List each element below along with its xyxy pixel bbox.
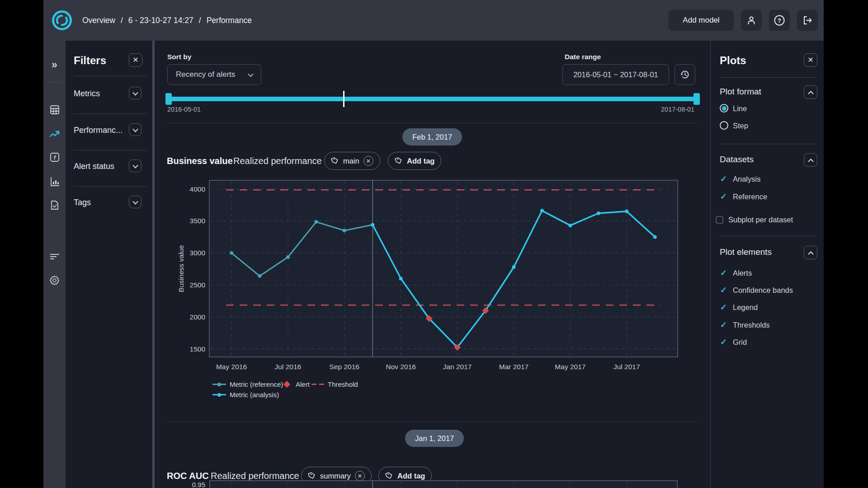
svg-text:3000: 3000: [190, 249, 206, 257]
chevron-down-icon: [248, 71, 254, 77]
alert-diamond-swatch: [283, 381, 291, 388]
legend-item-alert[interactable]: Alert: [284, 380, 310, 388]
checkmark-icon[interactable]: ✓: [720, 337, 727, 347]
analysis-line-swatch: [212, 394, 226, 395]
help-button[interactable]: ?: [769, 9, 790, 31]
add-tag-button[interactable]: Add tag: [388, 152, 441, 170]
filter-rows-icon[interactable]: [43, 252, 66, 262]
tag-icon: [331, 157, 339, 165]
sort-by-label: Sort by: [167, 53, 191, 61]
datasets-heading: Datasets: [720, 155, 754, 164]
add-model-button[interactable]: Add model: [668, 9, 734, 31]
chart-title: Business value: [167, 156, 233, 166]
filter-metrics-expand-button[interactable]: [129, 87, 142, 99]
filter-alert-status-expand-button[interactable]: [129, 160, 142, 172]
radio-step-label[interactable]: Step: [733, 122, 748, 130]
legend-label: Metric (reference): [230, 380, 283, 388]
radio-line[interactable]: [720, 104, 728, 113]
checkmark-icon[interactable]: ✓: [720, 268, 727, 278]
filter-performance-expand-button[interactable]: [129, 123, 142, 136]
function-icon[interactable]: f: [43, 152, 66, 162]
chart-subtitle: Realized performance: [211, 471, 299, 481]
filters-panel: Filters ✕ Metrics Performanc... Alert st…: [66, 41, 155, 488]
breadcrumb-item[interactable]: Overview: [82, 16, 115, 25]
dataset-analysis-label[interactable]: Analysis: [733, 175, 760, 183]
legend-label: Metric (analysis): [230, 391, 279, 399]
chart-subtitle: Realized performance: [233, 156, 322, 166]
svg-text:May 2017: May 2017: [555, 363, 585, 371]
divider: [74, 113, 147, 114]
legend-item-analysis[interactable]: Metric (analysis): [212, 391, 279, 399]
roc-auc-chart-partial: [209, 480, 678, 488]
element-legend-label[interactable]: Legend: [733, 303, 758, 312]
divider: [74, 186, 147, 187]
close-icon: ✕: [132, 56, 138, 64]
app-logo-icon[interactable]: [52, 10, 72, 31]
settings-gear-icon[interactable]: [43, 275, 66, 286]
tag-label: summary: [320, 472, 351, 480]
checkmark-icon[interactable]: ✓: [720, 302, 727, 312]
divider: [720, 236, 816, 236]
subplot-per-dataset-label[interactable]: Subplot per dataset: [728, 216, 793, 224]
breadcrumb-item: Performance: [207, 16, 252, 25]
logout-icon: [802, 15, 813, 26]
legend-item-threshold[interactable]: Threshold: [311, 380, 358, 388]
performance-trend-icon[interactable]: [43, 129, 66, 140]
collapse-plot-elements-button[interactable]: [804, 246, 817, 259]
svg-text:May 2016: May 2016: [216, 363, 247, 371]
element-thresholds-label[interactable]: Thresholds: [733, 321, 770, 329]
tag-chip-main[interactable]: main ✕: [324, 152, 380, 170]
breadcrumb-separator: /: [121, 16, 123, 25]
checkmark-icon[interactable]: ✓: [720, 320, 727, 330]
close-filters-button[interactable]: ✕: [129, 53, 142, 67]
date-range-value: 2016-05-01 ~ 2017-08-01: [573, 70, 658, 79]
checkmark-icon[interactable]: ✓: [720, 174, 727, 184]
table-icon[interactable]: [43, 105, 66, 115]
svg-text:Jan 2017: Jan 2017: [443, 363, 472, 371]
bar-chart-icon[interactable]: [43, 177, 66, 187]
element-grid-label[interactable]: Grid: [733, 338, 747, 347]
breadcrumb-separator: /: [199, 16, 201, 25]
radio-line-label[interactable]: Line: [733, 104, 747, 113]
svg-text:Jul 2017: Jul 2017: [613, 363, 640, 371]
logout-button[interactable]: [797, 9, 818, 31]
svg-text:2000: 2000: [190, 313, 206, 321]
checkmark-icon[interactable]: ✓: [720, 285, 727, 295]
sort-by-dropdown[interactable]: Recency of alerts: [167, 64, 261, 85]
svg-text:4000: 4000: [190, 185, 206, 193]
plots-title: Plots: [720, 54, 746, 67]
date-range-input[interactable]: 2016-05-01 ~ 2017-08-01: [562, 64, 669, 85]
dataset-reference-label[interactable]: Reference: [733, 192, 767, 201]
range-start-label: 2016-05-01: [167, 106, 201, 113]
chevron-up-icon: [808, 90, 814, 96]
breadcrumb-item[interactable]: 6 - 23-10-27 14:27: [128, 16, 193, 25]
document-check-icon[interactable]: [43, 200, 66, 210]
slider-end-handle[interactable]: [693, 93, 700, 105]
slider-cursor[interactable]: [343, 91, 344, 107]
element-alerts-label[interactable]: Alerts: [733, 269, 752, 277]
user-account-button[interactable]: [741, 9, 762, 31]
close-plots-button[interactable]: ✕: [804, 53, 817, 67]
filter-tags-expand-button[interactable]: [129, 196, 142, 208]
svg-text:Mar 2017: Mar 2017: [499, 363, 528, 371]
remove-tag-icon[interactable]: ✕: [355, 471, 365, 481]
divider: [74, 76, 147, 76]
question-icon: ?: [774, 14, 785, 26]
remove-tag-icon[interactable]: ✕: [363, 156, 373, 166]
chart-date-badge: Jan 1, 2017: [405, 430, 464, 447]
expand-sidebar-icon[interactable]: »: [43, 59, 66, 71]
legend-label: Alert: [296, 380, 310, 388]
slider-start-handle[interactable]: [165, 93, 172, 105]
radio-step[interactable]: [720, 121, 728, 130]
collapse-plot-format-button[interactable]: [804, 85, 817, 99]
element-confidence-bands-label[interactable]: Confidence bands: [733, 286, 793, 295]
rail-divider: [47, 82, 61, 83]
tag-icon: [385, 472, 393, 480]
collapse-datasets-button[interactable]: [804, 153, 817, 167]
subplot-per-dataset-checkbox[interactable]: [716, 216, 723, 224]
checkmark-icon[interactable]: ✓: [720, 192, 727, 202]
svg-text:2500: 2500: [190, 281, 206, 289]
reset-date-range-button[interactable]: [675, 64, 695, 85]
date-range-slider[interactable]: [167, 97, 696, 101]
legend-item-reference[interactable]: Metric (reference): [212, 380, 283, 388]
